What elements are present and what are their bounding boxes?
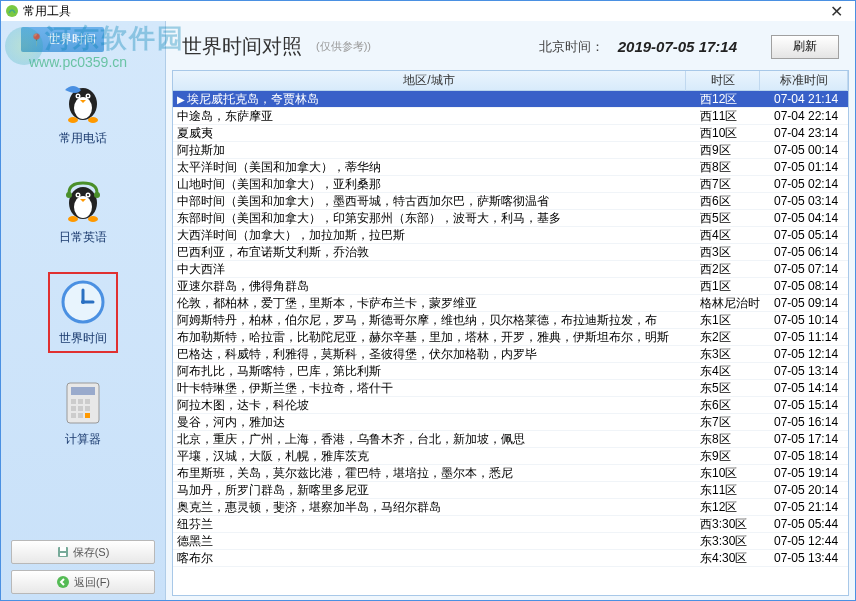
cell-time: 07-05 16:14 <box>770 415 848 429</box>
cell-city: 巴格达，科威特，利雅得，莫斯科，圣彼得堡，伏尔加格勒，内罗毕 <box>173 346 696 363</box>
cell-city: 马加丹，所罗门群岛，新喀里多尼亚 <box>173 482 696 499</box>
table-row[interactable]: 大西洋时间（加拿大），加拉加斯，拉巴斯西4区07-05 05:14 <box>173 227 848 244</box>
cell-city: ▶埃尼威托克岛，夸贾林岛 <box>173 91 696 108</box>
nav-item-calculator[interactable]: 计算器 <box>48 375 118 452</box>
cell-zone: 西2区 <box>696 261 770 278</box>
table-row[interactable]: 巴格达，科威特，利雅得，莫斯科，圣彼得堡，伏尔加格勒，内罗毕东3区07-05 1… <box>173 346 848 363</box>
nav-item-phone[interactable]: 常用电话 <box>48 74 118 151</box>
col-header-zone[interactable]: 时区 <box>686 70 760 91</box>
table-row[interactable]: 伦敦，都柏林，爱丁堡，里斯本，卡萨布兰卡，蒙罗维亚格林尼治时07-05 09:1… <box>173 295 848 312</box>
cell-zone: 东1区 <box>696 312 770 329</box>
table-row[interactable]: 中大西洋西2区07-05 07:14 <box>173 261 848 278</box>
svg-point-5 <box>77 95 79 97</box>
cell-zone: 西3:30区 <box>696 516 770 533</box>
cell-time: 07-05 19:14 <box>770 466 848 480</box>
col-header-time[interactable]: 标准时间 <box>760 70 848 91</box>
cell-time: 07-05 15:14 <box>770 398 848 412</box>
close-button[interactable]: ✕ <box>822 2 851 21</box>
cell-time: 07-05 03:14 <box>770 194 848 208</box>
cell-time: 07-05 02:14 <box>770 177 848 191</box>
table-body[interactable]: ▶埃尼威托克岛，夸贾林岛西12区07-04 21:14中途岛，东萨摩亚西11区0… <box>173 91 848 595</box>
cell-zone: 西9区 <box>696 142 770 159</box>
table-row[interactable]: 东部时间（美国和加拿大），印第安那州（东部），波哥大，利马，基多西5区07-05… <box>173 210 848 227</box>
table-row[interactable]: 喀布尔东4:30区07-05 13:44 <box>173 550 848 567</box>
svg-point-14 <box>87 194 89 196</box>
clock-icon <box>59 278 107 326</box>
svg-rect-27 <box>85 399 90 404</box>
cell-zone: 西11区 <box>696 108 770 125</box>
cell-zone: 东3:30区 <box>696 533 770 550</box>
table-row[interactable]: 亚速尔群岛，佛得角群岛西1区07-05 08:14 <box>173 278 848 295</box>
svg-point-13 <box>77 194 79 196</box>
nav-label: 计算器 <box>65 431 101 448</box>
table-row[interactable]: 德黑兰东3:30区07-05 12:44 <box>173 533 848 550</box>
beijing-time-value: 2019-07-05 17:14 <box>618 38 737 55</box>
cell-city: 巴西利亚，布宜诺斯艾利斯，乔治敦 <box>173 244 696 261</box>
save-icon <box>57 546 69 558</box>
table-row[interactable]: 马加丹，所罗门群岛，新喀里多尼亚东11区07-05 20:14 <box>173 482 848 499</box>
cell-zone: 东7区 <box>696 414 770 431</box>
nav-item-english[interactable]: 日常英语 <box>48 173 118 250</box>
cell-time: 07-05 00:14 <box>770 143 848 157</box>
table-row[interactable]: 巴西利亚，布宜诺斯艾利斯，乔治敦西3区07-05 06:14 <box>173 244 848 261</box>
table-row[interactable]: 山地时间（美国和加拿大），亚利桑那西7区07-05 02:14 <box>173 176 848 193</box>
table-row[interactable]: 纽芬兰西3:30区07-05 05:44 <box>173 516 848 533</box>
cell-city: 喀布尔 <box>173 550 696 567</box>
table-row[interactable]: 平壤，汉城，大阪，札幌，雅库茨克东9区07-05 18:14 <box>173 448 848 465</box>
cell-zone: 东4区 <box>696 363 770 380</box>
table-row[interactable]: 布加勒斯特，哈拉雷，比勒陀尼亚，赫尔辛基，里加，塔林，开罗，雅典，伊斯坦布尔，明… <box>173 329 848 346</box>
cell-city: 伦敦，都柏林，爱丁堡，里斯本，卡萨布兰卡，蒙罗维亚 <box>173 295 696 312</box>
cell-time: 07-05 01:14 <box>770 160 848 174</box>
cell-city: 北京，重庆，广州，上海，香港，乌鲁木齐，台北，新加坡，佩思 <box>173 431 696 448</box>
nav-label: 世界时间 <box>59 330 107 347</box>
col-header-city[interactable]: 地区/城市 <box>173 70 686 91</box>
cell-city: 布里斯班，关岛，莫尔兹比港，霍巴特，堪培拉，墨尔本，悉尼 <box>173 465 696 482</box>
table-row[interactable]: 布里斯班，关岛，莫尔兹比港，霍巴特，堪培拉，墨尔本，悉尼东10区07-05 19… <box>173 465 848 482</box>
cell-city: 山地时间（美国和加拿大），亚利桑那 <box>173 176 696 193</box>
cell-time: 07-05 05:14 <box>770 228 848 242</box>
table-row[interactable]: 阿拉斯加西9区07-05 00:14 <box>173 142 848 159</box>
nav-list: 常用电话 日常英语 世界时间 计算器 <box>1 66 165 460</box>
cell-zone: 东3区 <box>696 346 770 363</box>
cell-time: 07-05 07:14 <box>770 262 848 276</box>
cell-city: 叶卡特琳堡，伊斯兰堡，卡拉奇，塔什干 <box>173 380 696 397</box>
cell-time: 07-05 08:14 <box>770 279 848 293</box>
cell-zone: 西3区 <box>696 244 770 261</box>
calculator-icon <box>59 379 107 427</box>
table-row[interactable]: 北京，重庆，广州，上海，香港，乌鲁木齐，台北，新加坡，佩思东8区07-05 17… <box>173 431 848 448</box>
cell-time: 07-05 13:44 <box>770 551 848 565</box>
table-row[interactable]: 阿布扎比，马斯喀特，巴库，第比利斯东4区07-05 13:14 <box>173 363 848 380</box>
table-row[interactable]: 阿拉木图，达卡，科伦坡东6区07-05 15:14 <box>173 397 848 414</box>
table-header: 地区/城市 时区 标准时间 <box>173 71 848 91</box>
page-title: 世界时间对照 <box>182 33 302 60</box>
table-row[interactable]: 阿姆斯特丹，柏林，伯尔尼，罗马，斯德哥尔摩，维也纳，贝尔格莱德，布拉迪斯拉发，布… <box>173 312 848 329</box>
nav-label: 常用电话 <box>59 130 107 147</box>
table-row[interactable]: 中途岛，东萨摩亚西11区07-04 22:14 <box>173 108 848 125</box>
table-row[interactable]: 叶卡特琳堡，伊斯兰堡，卡拉奇，塔什干东5区07-05 14:14 <box>173 380 848 397</box>
back-button[interactable]: 返回(F) <box>11 570 155 594</box>
cell-time: 07-05 18:14 <box>770 449 848 463</box>
table-row[interactable]: 中部时间（美国和加拿大），墨西哥城，特古西加尔巴，萨斯喀彻温省西6区07-05 … <box>173 193 848 210</box>
save-button[interactable]: 保存(S) <box>11 540 155 564</box>
nav-label: 日常英语 <box>59 229 107 246</box>
table-row[interactable]: 奥克兰，惠灵顿，斐济，堪察加半岛，马绍尔群岛东12区07-05 21:14 <box>173 499 848 516</box>
cell-zone: 东11区 <box>696 482 770 499</box>
table-row[interactable]: 夏威夷西10区07-04 23:14 <box>173 125 848 142</box>
cell-time: 07-05 14:14 <box>770 381 848 395</box>
cell-zone: 东8区 <box>696 431 770 448</box>
table-row[interactable]: 曼谷，河内，雅加达东7区07-05 16:14 <box>173 414 848 431</box>
svg-point-16 <box>88 216 98 222</box>
cell-zone: 西7区 <box>696 176 770 193</box>
cell-time: 07-05 20:14 <box>770 483 848 497</box>
cell-zone: 西10区 <box>696 125 770 142</box>
nav-item-worldtime[interactable]: 世界时间 <box>48 272 118 353</box>
cell-time: 07-05 05:44 <box>770 517 848 531</box>
svg-rect-25 <box>71 399 76 404</box>
table-row[interactable]: ▶埃尼威托克岛，夸贾林岛西12区07-04 21:14 <box>173 91 848 108</box>
table-row[interactable]: 太平洋时间（美国和加拿大），蒂华纳西8区07-05 01:14 <box>173 159 848 176</box>
cell-city: 阿姆斯特丹，柏林，伯尔尼，罗马，斯德哥尔摩，维也纳，贝尔格莱德，布拉迪斯拉发，布 <box>173 312 696 329</box>
svg-point-0 <box>6 5 18 17</box>
svg-rect-29 <box>78 406 83 411</box>
refresh-button[interactable]: 刷新 <box>771 35 839 59</box>
cell-zone: 东5区 <box>696 380 770 397</box>
